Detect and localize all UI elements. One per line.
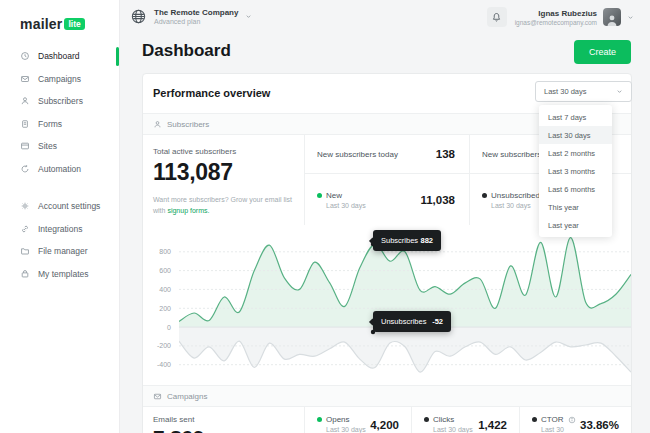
opens-meta: Opens Last 30 days [317,415,366,433]
y-axis-tick-label: 0 [167,324,171,331]
subscribers-icon [20,96,30,106]
y-axis-tick-label: -200 [157,342,171,349]
range-option-last-2-months[interactable]: Last 2 months [539,144,612,162]
create-button[interactable]: Create [574,40,631,64]
sidebar-item-label: Forms [38,119,62,129]
sidebar-item-label: Subscribers [38,96,83,106]
chevron-down-icon [245,13,252,20]
integrations-icon [20,224,30,234]
user-name: Ignas Rubezius [515,9,597,18]
sidebar-item-label: Dashboard [38,51,80,61]
ctor-cell: CTOR Last 30 days 33.86% [519,407,631,433]
unsubscribes-tooltip-value: -52 [432,317,443,326]
user-email: ignas@remotecompany.com [515,19,597,26]
signup-forms-link[interactable]: signup forms. [167,207,209,214]
total-subscribers-value: 113,087 [153,159,292,186]
logo-lite-badge: lite [64,18,84,31]
sidebar-item-sites[interactable]: Sites [0,135,119,158]
opens-cell: Opens Last 30 days 4,200 [304,407,411,433]
dark-dot-icon [424,417,429,422]
avatar-person-icon [605,13,619,26]
sidebar-item-automation[interactable]: Automation [0,158,119,181]
company-meta: The Remote Company Advanced plan [154,8,238,25]
sidebar-item-my-templates[interactable]: My templates [0,263,119,286]
sites-icon [20,141,30,151]
gear-icon [20,201,30,211]
clicks-label: Clicks [433,415,454,424]
total-subscribers-label: Total active subscribers [153,147,292,156]
sidebar-item-integrations[interactable]: Integrations [0,218,119,241]
campaigns-icon [20,74,30,84]
sidebar-item-label: Campaigns [38,74,81,84]
sidebar-item-label: Account settings [38,201,100,211]
subscribes-tooltip: Subscribes 882 [373,230,441,251]
company-plan: Advanced plan [154,18,238,25]
notifications-button[interactable] [487,7,507,27]
sidebar-item-campaigns[interactable]: Campaigns [0,68,119,91]
range-option-last-year[interactable]: Last year [539,216,612,234]
range-option-this-year[interactable]: This year [539,198,612,216]
new-today-label: New subscribers today [317,150,398,159]
subscribes-tooltip-value: 882 [420,236,433,245]
mailerlite-logo[interactable]: mailer lite [0,0,119,45]
person-icon [153,120,162,129]
unsub-stat-meta: Unsubscribed Last 30 days [482,191,540,209]
sidebar-item-forms[interactable]: Forms [0,113,119,136]
new-label: New [326,191,342,200]
sidebar-item-label: Automation [38,164,81,174]
emails-sent-value: 7,869 [153,426,304,433]
company-switcher[interactable]: The Remote Company Advanced plan [130,8,252,25]
new-stat-meta: New Last 30 days [317,191,366,209]
sidebar-item-label: Sites [38,141,57,151]
green-dot-icon [317,417,322,422]
dashboard-icon [20,51,30,61]
opens-value: 4,200 [370,419,399,433]
date-range-select[interactable]: Last 30 days [535,81,632,102]
card-title: Performance overview [153,87,270,99]
forms-icon [20,119,30,129]
range-option-last-7-days[interactable]: Last 7 days [539,108,612,126]
dark-dot-icon [482,193,487,198]
subscribers-section-title: Subscribers [167,120,209,129]
new-subscribers-today-cell: New subscribers today 138 [304,135,469,174]
date-range-value: Last 30 days [544,87,587,96]
sidebar-group-divider [0,180,119,195]
performance-overview-card: Performance overview Last 30 days Last 7… [142,73,632,433]
sidebar-item-label: Integrations [38,224,82,234]
sidebar-item-file-manager[interactable]: File manager [0,240,119,263]
unsub-period: Last 30 days [482,202,540,209]
y-axis-tick-label: 600 [159,267,171,274]
topbar-right: Ignas Rubezius ignas@remotecompany.com [487,7,634,27]
sidebar-item-account-settings[interactable]: Account settings [0,195,119,218]
new-last-30-days-cell: New Last 30 days 11,038 [304,174,469,225]
range-option-last-6-months[interactable]: Last 6 months [539,180,612,198]
info-icon[interactable] [568,416,576,424]
sidebar-item-subscribers[interactable]: Subscribers [0,90,119,113]
new-period: Last 30 days [317,202,366,209]
subscribers-hint: Want more subscribers? Grow your email l… [153,194,303,216]
sidebar-item-label: File manager [38,246,88,256]
avatar [603,8,621,26]
range-option-last-30-days[interactable]: Last 30 days [539,126,612,144]
sidebar-item-dashboard[interactable]: Dashboard [0,45,119,68]
range-option-last-3-months[interactable]: Last 3 months [539,162,612,180]
subscribes-tooltip-label: Subscribes [381,236,418,245]
y-axis-tick-label: -400 [157,361,171,368]
automation-icon [20,164,30,174]
envelope-icon [153,392,162,401]
y-axis-tick-label: 800 [159,248,171,255]
emails-sent-label: Emails sent [153,415,304,424]
logo-text: mailer [20,16,62,32]
dark-dot-icon [532,417,537,422]
chart-y-axis: 8006004002000-200-400 [149,225,171,385]
total-subscribers-cell: Total active subscribers 113,087 Want mo… [143,135,304,225]
unsub-label: Unsubscribed [491,191,540,200]
sidebar: mailer lite Dashboard Campaigns Subscrib… [0,0,120,433]
ctor-label: CTOR [541,415,564,424]
company-name: The Remote Company [154,8,238,17]
opens-period: Last 30 days [317,426,366,433]
user-menu[interactable]: Ignas Rubezius ignas@remotecompany.com [515,8,634,26]
campaign-stats: Emails sent 7,869 Opens Last 30 days 4,2… [143,407,631,433]
clicks-cell: Clicks Last 30 days 1,422 [411,407,519,433]
green-dot-icon [317,193,322,198]
